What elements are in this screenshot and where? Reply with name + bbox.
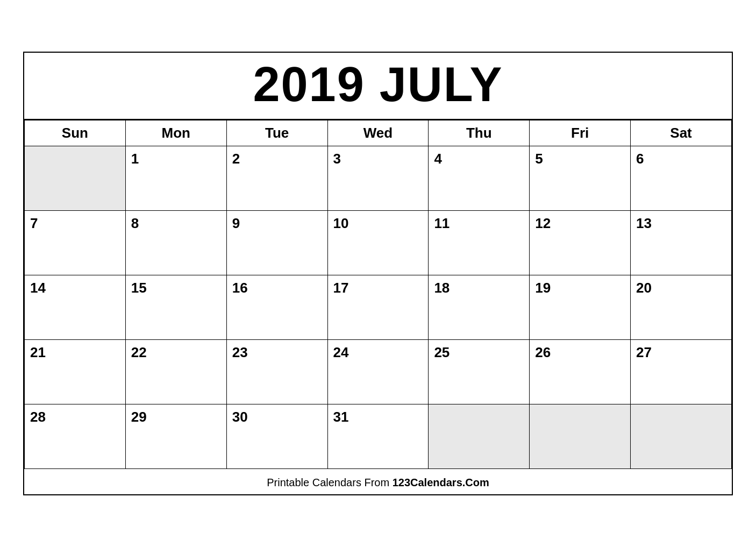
- calendar-day-cell: 27: [631, 340, 732, 404]
- day-header-thu: Thu: [429, 120, 530, 146]
- calendar-day-cell: 8: [125, 211, 226, 275]
- calendar-day-cell: 9: [226, 211, 327, 275]
- calendar-day-cell: 12: [530, 211, 631, 275]
- calendar-container: 2019 JULY SunMonTueWedThuFriSat 12345678…: [23, 52, 733, 495]
- calendar-week-row: 123456: [25, 146, 732, 211]
- calendar-day-cell: 25: [429, 340, 530, 404]
- calendar-week-row: 21222324252627: [25, 340, 732, 404]
- footer-text-plain: Printable Calendars From: [267, 477, 392, 488]
- calendar-day-cell: [631, 404, 732, 469]
- calendar-footer: Printable Calendars From 123Calendars.Co…: [24, 469, 732, 494]
- calendar-week-row: 78910111213: [25, 211, 732, 275]
- calendar-day-cell: [530, 404, 631, 469]
- calendar-day-cell: 3: [327, 146, 429, 211]
- day-header-sat: Sat: [631, 120, 732, 146]
- day-header-wed: Wed: [327, 120, 429, 146]
- calendar-table: SunMonTueWedThuFriSat 123456789101112131…: [24, 120, 732, 469]
- calendar-day-cell: 10: [327, 211, 429, 275]
- calendar-week-row: 28293031: [25, 404, 732, 469]
- calendar-day-cell: 5: [530, 146, 631, 211]
- calendar-day-cell: 1: [125, 146, 226, 211]
- calendar-day-cell: 28: [25, 404, 126, 469]
- calendar-day-cell: [429, 404, 530, 469]
- calendar-day-cell: 30: [226, 404, 327, 469]
- calendar-title: 2019 JULY: [24, 53, 732, 120]
- footer-brand: 123Calendars.Com: [393, 477, 489, 488]
- calendar-day-cell: 6: [631, 146, 732, 211]
- calendar-day-cell: 4: [429, 146, 530, 211]
- calendar-day-cell: 15: [125, 275, 226, 340]
- calendar-week-row: 14151617181920: [25, 275, 732, 340]
- calendar-day-cell: 7: [25, 211, 126, 275]
- calendar-day-cell: 26: [530, 340, 631, 404]
- day-header-fri: Fri: [530, 120, 631, 146]
- calendar-day-cell: 21: [25, 340, 126, 404]
- calendar-day-cell: 22: [125, 340, 226, 404]
- calendar-day-cell: 19: [530, 275, 631, 340]
- day-header-tue: Tue: [226, 120, 327, 146]
- calendar-day-cell: 29: [125, 404, 226, 469]
- calendar-day-cell: 31: [327, 404, 429, 469]
- calendar-day-cell: 17: [327, 275, 429, 340]
- calendar-day-cell: 14: [25, 275, 126, 340]
- calendar-day-cell: 18: [429, 275, 530, 340]
- calendar-day-cell: 23: [226, 340, 327, 404]
- calendar-day-cell: [25, 146, 126, 211]
- calendar-day-cell: 11: [429, 211, 530, 275]
- calendar-day-cell: 16: [226, 275, 327, 340]
- calendar-day-cell: 24: [327, 340, 429, 404]
- calendar-day-cell: 2: [226, 146, 327, 211]
- days-header-row: SunMonTueWedThuFriSat: [25, 120, 732, 146]
- calendar-day-cell: 13: [631, 211, 732, 275]
- day-header-sun: Sun: [25, 120, 126, 146]
- day-header-mon: Mon: [125, 120, 226, 146]
- calendar-day-cell: 20: [631, 275, 732, 340]
